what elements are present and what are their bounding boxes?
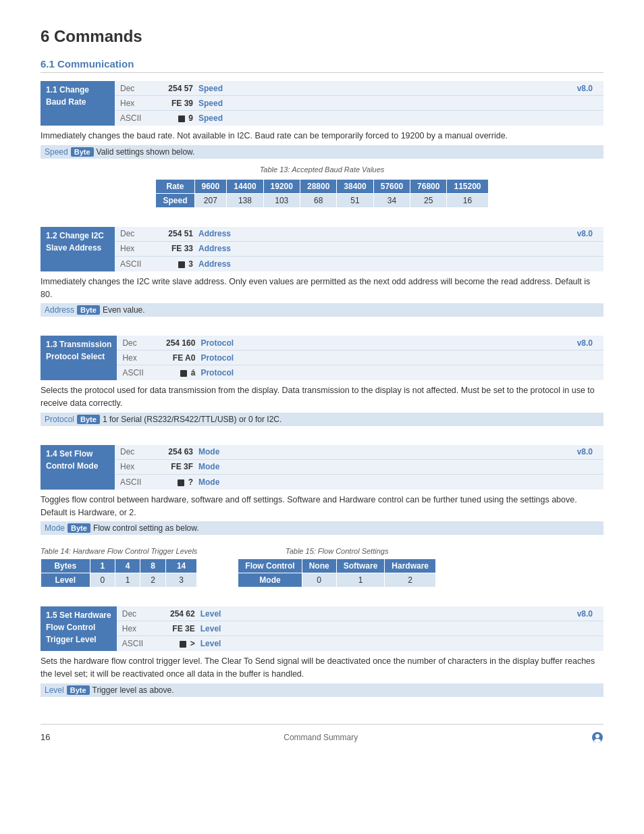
cmd-1-1-table-header-2: 14400 bbox=[227, 179, 263, 193]
cmd-1-3-row-code-1: FE A0 bbox=[155, 353, 195, 363]
cmd-1-3-header: 1.3 Transmission Protocol SelectDec254 1… bbox=[41, 336, 603, 380]
cmd-1-2-row-code-2: 3 bbox=[153, 259, 193, 269]
cmd-1-5-row-type-1: Hex bbox=[122, 624, 155, 633]
cmd-1-4-row-type-0: Dec bbox=[120, 447, 153, 457]
cmd-1-4-row-type-2: ASCII bbox=[120, 477, 153, 487]
cmd-1-3-rows: Dec254 160Protocolv8.0HexFE A0ProtocolAS… bbox=[117, 336, 603, 380]
cmd-1-4-right-table-wrap: Table 15: Flow Control SettingsFlow Cont… bbox=[238, 540, 436, 588]
cmd-1-1-row-param-0: Speed bbox=[198, 84, 223, 93]
cmd-1-4-left-table-cell-0-1: 0 bbox=[90, 573, 115, 588]
cmd-1-3-row-type-2: ASCII bbox=[122, 368, 155, 377]
ascii-block-icon bbox=[178, 261, 185, 268]
cmd-1-5-row-param-2: Level bbox=[200, 639, 221, 648]
cmd-1-1-row-type-0: Dec bbox=[120, 84, 153, 93]
cmd-1-2-row-1: HexFE 33Address bbox=[115, 242, 603, 257]
cmd-1-5-row-0: Dec254 62Levelv8.0 bbox=[117, 606, 603, 621]
cmd-1-4-row-0: Dec254 63Modev8.0 bbox=[115, 445, 603, 460]
cmd-1-5-row-code-2: > bbox=[155, 639, 195, 648]
cmd-1-2-param-desc: Even value. bbox=[103, 305, 145, 315]
cmd-1-1-table: Rate960014400192002880038400576007680011… bbox=[155, 179, 488, 208]
cmd-1-4-param-row: ModeByteFlow control setting as below. bbox=[41, 521, 603, 535]
cmd-1-4-param-type: Byte bbox=[68, 523, 90, 533]
cmd-1-3-row-type-0: Dec bbox=[122, 338, 155, 348]
cmd-1-2-row-param-2: Address bbox=[198, 259, 231, 269]
cmd-1-1-row-type-2: ASCII bbox=[120, 113, 153, 123]
cmd-1-5-row-param-1: Level bbox=[200, 624, 221, 633]
cmd-1-3-row-param-2: Protocol bbox=[200, 368, 234, 377]
cmd-1-4-left-table: Bytes14814Level0123 bbox=[41, 558, 197, 588]
cmd-1-2-row-type-1: Hex bbox=[120, 244, 153, 253]
cmd-1-4-rows: Dec254 63Modev8.0HexFE 3FModeASCII ?Mode bbox=[115, 445, 603, 490]
cmd-1-4-param-name: Mode bbox=[45, 523, 65, 533]
cmd-1-1-param-desc: Valid settings shown below. bbox=[97, 147, 195, 157]
cmd-1-1-table-cell-0-7: 25 bbox=[410, 193, 447, 207]
cmd-1-2-row-type-2: ASCII bbox=[120, 259, 153, 269]
cmd-1-2-description: Immediately changes the I2C write slave … bbox=[41, 271, 603, 304]
cmd-1-2-row-code-1: FE 33 bbox=[153, 244, 193, 253]
cmd-1-3-row-1: HexFE A0Protocol bbox=[117, 350, 603, 365]
cmd-1-3-row-0: Dec254 160Protocolv8.0 bbox=[117, 336, 603, 350]
cmd-1-2-row-code-0: 254 51 bbox=[153, 229, 193, 238]
cmd-1-3-param-type: Byte bbox=[77, 415, 100, 424]
cmd-1-1-table-cell-0-4: 68 bbox=[300, 193, 336, 207]
cmd-1-1-label: 1.1 Change Baud Rate bbox=[41, 81, 115, 126]
cmd-1-4-param-desc: Flow control setting as below. bbox=[93, 523, 199, 533]
cmd-1-4-left-table-header-0: Bytes bbox=[41, 559, 90, 573]
cmd-1-2-version: v8.0 bbox=[577, 229, 598, 238]
cmd-1-1-description: Immediately changes the baud rate. Not a… bbox=[41, 126, 603, 145]
cmd-1-3-row-param-0: Protocol bbox=[200, 338, 234, 348]
cmd-1-4-header: 1.4 Set Flow Control ModeDec254 63Modev8… bbox=[41, 445, 603, 490]
cmd-1-5-version: v8.0 bbox=[577, 609, 598, 619]
cmd-1-1-table-cell-0-6: 34 bbox=[373, 193, 410, 207]
cmd-1-1-table-wrap: Rate960014400192002880038400576007680011… bbox=[41, 179, 603, 208]
cmd-1-3-row-2: ASCII áProtocol bbox=[117, 365, 603, 380]
page-title: 6 Commands bbox=[41, 27, 603, 46]
cmd-1-3-param-row: ProtocolByte1 for Serial (RS232/RS422/TT… bbox=[41, 413, 603, 426]
cmd-1-4: 1.4 Set Flow Control ModeDec254 63Modev8… bbox=[41, 445, 603, 588]
cmd-1-3-row-param-1: Protocol bbox=[200, 353, 234, 363]
cmd-1-4-row-code-1: FE 3F bbox=[153, 462, 193, 471]
cmd-1-4-label: 1.4 Set Flow Control Mode bbox=[41, 445, 115, 490]
cmd-1-3-version: v8.0 bbox=[577, 338, 598, 348]
cmd-1-2-row-param-0: Address bbox=[198, 229, 231, 238]
cmd-1-4-description: Toggles flow control between hardware, s… bbox=[41, 490, 603, 522]
cmd-1-5-param-name: Level bbox=[45, 685, 64, 695]
cmd-1-4-left-table-header-4: 14 bbox=[165, 559, 196, 573]
cmd-1-1-version: v8.0 bbox=[577, 84, 598, 93]
cmd-1-1-table-header-5: 38400 bbox=[337, 179, 373, 193]
cmd-1-1-row-code-2: 9 bbox=[153, 113, 193, 123]
cmd-1-1-row-code-0: 254 57 bbox=[153, 84, 193, 93]
cmd-1-1-header: 1.1 Change Baud RateDec254 57Speedv8.0He… bbox=[41, 81, 603, 126]
cmd-1-4-left-table-wrap: Table 14: Hardware Flow Control Trigger … bbox=[41, 540, 197, 588]
cmd-1-1-table-cell-0-5: 51 bbox=[337, 193, 373, 207]
cmd-1-2-row-2: ASCII 3Address bbox=[115, 257, 603, 271]
ascii-block-icon bbox=[178, 115, 185, 122]
cmd-1-4-left-table-caption: Table 14: Hardware Flow Control Trigger … bbox=[41, 547, 197, 555]
cmd-1-2-label: 1.2 Change I2C Slave Address bbox=[41, 227, 115, 271]
cmd-1-1-table-header-6: 57600 bbox=[373, 179, 410, 193]
cmd-1-5-description: Sets the hardware flow control trigger l… bbox=[41, 651, 603, 683]
cmd-1-4-row-code-2: ? bbox=[153, 477, 193, 487]
cmd-1-5-row-1: HexFE 3ELevel bbox=[117, 621, 603, 636]
cmd-1-2-rows: Dec254 51Addressv8.0HexFE 33AddressASCII… bbox=[115, 227, 603, 271]
cmd-1-1-row-type-1: Hex bbox=[120, 99, 153, 108]
cmd-1-2-row-type-0: Dec bbox=[120, 229, 153, 238]
cmd-1-4-right-table-cell-0-3: 2 bbox=[385, 573, 436, 588]
cmd-1-5-label: 1.5 Set Hardware Flow Control Trigger Le… bbox=[41, 606, 117, 651]
cmd-1-1-row-param-1: Speed bbox=[198, 99, 223, 108]
cmd-1-1-row-2: ASCII 9Speed bbox=[115, 111, 603, 126]
cmd-1-4-row-type-1: Hex bbox=[120, 462, 153, 471]
cmd-1-1-table-cell-0-2: 138 bbox=[227, 193, 263, 207]
cmd-1-4-row-param-1: Mode bbox=[198, 462, 219, 471]
cmd-1-1-param-type: Byte bbox=[71, 147, 94, 157]
cmd-1-1-table-header-0: Rate bbox=[156, 179, 194, 193]
footer-label: Command Summary bbox=[284, 733, 358, 742]
cmd-1-5-row-code-1: FE 3E bbox=[155, 624, 195, 633]
cmd-1-4-right-table-header-1: None bbox=[302, 559, 336, 573]
cmd-1-4-left-table-cell-0-2: 1 bbox=[115, 573, 140, 588]
cmd-1-3-row-type-1: Hex bbox=[122, 353, 155, 363]
cmd-1-1-table-cell-0-1: 207 bbox=[194, 193, 227, 207]
ascii-block-icon bbox=[180, 370, 187, 377]
svg-point-2 bbox=[594, 739, 601, 743]
page-number: 16 bbox=[41, 732, 50, 742]
